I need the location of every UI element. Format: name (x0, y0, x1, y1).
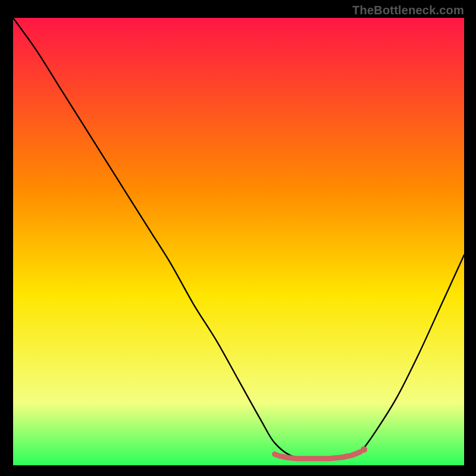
chart-frame: TheBottleneck.com (0, 0, 476, 476)
attribution-link[interactable]: TheBottleneck.com (352, 4, 464, 17)
svg-point-0 (361, 446, 367, 453)
bottleneck-chart (0, 0, 476, 476)
